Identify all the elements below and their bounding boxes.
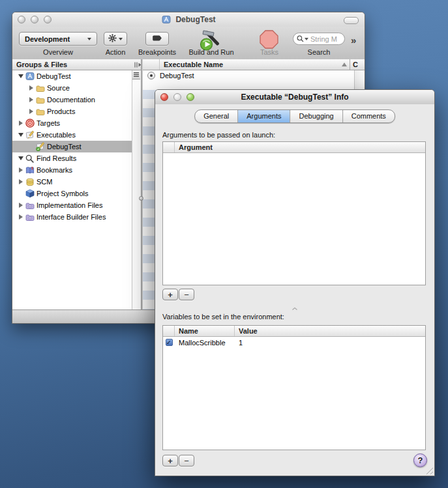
project-window-title: DebugTest: [12, 15, 365, 24]
sidebar-item-debugtest[interactable]: DebugTest: [12, 70, 132, 82]
table-row[interactable]: ✓MallocScribble1: [163, 337, 425, 348]
chevron-down-icon: [87, 38, 91, 40]
disclosure-triangle[interactable]: [16, 167, 25, 173]
disclosure-triangle[interactable]: [16, 156, 25, 160]
variables-table[interactable]: Name Value ✓MallocScribble1: [162, 325, 426, 450]
section-resize-handle[interactable]: [291, 302, 298, 313]
disclosure-triangle[interactable]: [27, 85, 35, 91]
arguments-table-body[interactable]: [163, 153, 425, 285]
executable-info-window: Executable “DebugTest” Info GeneralArgum…: [155, 89, 435, 476]
smart-folder-icon: [25, 201, 35, 210]
variable-value-cell[interactable]: 1: [235, 339, 425, 347]
project-icon: [25, 72, 35, 81]
breakpoints-button[interactable]: [145, 32, 169, 46]
disclosure-triangle[interactable]: [27, 109, 35, 114]
remove-variable-button[interactable]: −: [179, 455, 194, 466]
executable-run-icon: [35, 142, 45, 151]
sidebar-item-targets[interactable]: Targets: [12, 117, 132, 129]
disclosure-triangle[interactable]: [16, 179, 25, 184]
comments-column-header[interactable]: C: [350, 59, 365, 70]
remove-argument-button[interactable]: −: [179, 289, 194, 300]
folder-icon: [35, 107, 45, 116]
executables-header: Executable Name C: [143, 59, 365, 70]
executable-row[interactable]: DebugTest: [143, 70, 354, 81]
sidebar-item-project-symbols[interactable]: Project Symbols: [12, 188, 132, 199]
sort-ascending-icon: [342, 63, 347, 66]
active-executable-radio[interactable]: [147, 72, 155, 79]
arguments-table-header: Argument: [163, 142, 425, 153]
variable-enabled-column-header[interactable]: [163, 326, 175, 336]
help-button[interactable]: ?: [413, 453, 427, 467]
toolbar-overflow-chevron[interactable]: »: [351, 35, 355, 46]
argument-column-header[interactable]: Argument: [175, 142, 425, 152]
add-argument-button[interactable]: +: [162, 289, 178, 300]
breakpoints-label: Breakpoints: [134, 48, 181, 56]
search-input[interactable]: [310, 35, 343, 43]
sidebar-item-source[interactable]: Source: [12, 82, 132, 94]
sidebar-item-products[interactable]: Products: [12, 106, 132, 117]
disclosure-triangle[interactable]: [16, 214, 25, 220]
tasks-stop-button[interactable]: [259, 29, 279, 50]
toolbar-toggle-pill[interactable]: [344, 17, 359, 24]
sidebar-item-interface-builder-files[interactable]: Interface Builder Files: [12, 211, 132, 223]
gear-icon: [108, 33, 117, 45]
variables-table-body[interactable]: ✓MallocScribble1: [163, 337, 425, 450]
sidebar-item-debugtest[interactable]: DebugTest: [12, 141, 132, 152]
action-button[interactable]: [104, 32, 127, 46]
sidebar-item-label: SCM: [37, 178, 52, 186]
tab-arguments[interactable]: Arguments: [237, 110, 290, 122]
disclosure-triangle[interactable]: [27, 97, 35, 102]
sidebar-tree: DebugTestSourceDocumentationProductsTarg…: [12, 70, 132, 310]
sidebar-item-find-results[interactable]: Find Results: [12, 152, 132, 164]
sidebar-item-documentation[interactable]: Documentation: [12, 94, 132, 106]
book-icon: [25, 165, 35, 175]
sidebar-scrollbar[interactable]: [132, 70, 141, 310]
sidebar-item-implementation-files[interactable]: Implementation Files: [12, 199, 132, 211]
sidebar-item-label: Project Symbols: [37, 190, 88, 197]
sidebar-item-scm[interactable]: SCM: [12, 176, 132, 188]
info-window-content: GeneralArgumentsDebuggingComments Argume…: [155, 104, 434, 476]
overview-label: Overview: [19, 48, 97, 56]
variable-name-cell[interactable]: MallocScribble: [175, 339, 235, 347]
executable-name-column-header[interactable]: Executable Name: [160, 59, 350, 70]
disclosure-triangle[interactable]: [16, 133, 25, 137]
disclosure-triangle[interactable]: [16, 74, 25, 78]
sidebar-item-bookmarks[interactable]: Bookmarks: [12, 164, 132, 176]
folder-icon: [35, 95, 45, 104]
search-field[interactable]: [293, 33, 345, 45]
add-variable-button[interactable]: +: [162, 455, 178, 466]
sidebar-item-label: Targets: [37, 119, 60, 127]
build-and-run-label: Build and Run: [183, 48, 239, 56]
sidebar: Groups & Files DebugTestSourceDocumentat…: [12, 59, 143, 310]
value-column-header[interactable]: Value: [235, 326, 425, 336]
sidebar-header[interactable]: Groups & Files: [12, 59, 143, 70]
sidebar-item-label: Source: [47, 84, 70, 92]
window-resize-grip[interactable]: [425, 466, 433, 474]
sidebar-splitter-handle[interactable]: [139, 196, 143, 201]
disclosure-triangle[interactable]: [16, 203, 25, 208]
disclosure-triangle[interactable]: [16, 121, 25, 126]
tab-bar: GeneralArgumentsDebuggingComments: [194, 109, 395, 123]
sidebar-item-label: Implementation Files: [37, 201, 103, 209]
build-and-run-button[interactable]: [198, 29, 224, 51]
info-window-title: Executable “DebugTest” Info: [155, 93, 434, 102]
name-column-header[interactable]: Name: [175, 326, 235, 336]
active-executable-column-header[interactable]: [143, 59, 160, 70]
arguments-table[interactable]: Argument: [162, 141, 426, 285]
variable-enabled-checkbox[interactable]: ✓: [166, 339, 173, 346]
search-icon: [297, 33, 304, 45]
argument-enabled-column-header[interactable]: [163, 142, 175, 152]
tab-comments[interactable]: Comments: [342, 110, 395, 122]
project-window-titlebar[interactable]: DebugTest: [12, 12, 365, 27]
sidebar-item-label: Bookmarks: [37, 166, 72, 174]
breakpoint-icon: [152, 33, 163, 45]
cube-icon: [25, 189, 35, 198]
sidebar-item-executables[interactable]: Executables: [12, 129, 132, 141]
sidebar-item-label: DebugTest: [37, 72, 71, 80]
info-window-titlebar[interactable]: Executable “DebugTest” Info: [155, 90, 434, 105]
tab-debugging[interactable]: Debugging: [290, 110, 342, 122]
list-view-icon[interactable]: [132, 70, 140, 79]
tab-general[interactable]: General: [195, 110, 237, 122]
chevron-down-icon: [305, 38, 308, 40]
overview-popup[interactable]: Development: [19, 32, 97, 46]
